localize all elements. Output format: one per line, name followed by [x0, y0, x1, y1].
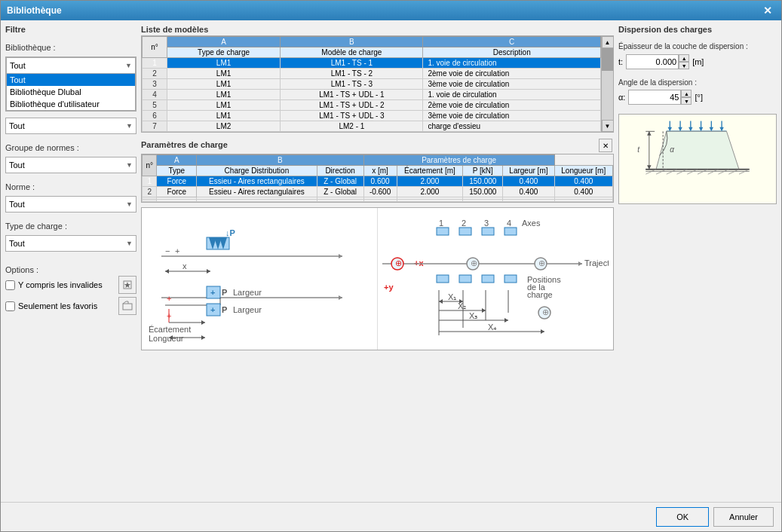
- liste-modeles-row[interactable]: 7 LM2 LM2 - 1 charge d'essieu: [143, 121, 601, 132]
- svg-marker-13: [207, 269, 210, 274]
- col-b-header: B: [281, 37, 423, 47]
- param-row-lon: 0.400: [554, 176, 612, 187]
- dropdown-option-tout[interactable]: Tout: [7, 74, 135, 86]
- param-row-x: -0.600: [363, 187, 397, 197]
- t-spinner-up[interactable]: ▲: [679, 54, 689, 62]
- svg-text:1: 1: [439, 219, 443, 228]
- invalides-icon-btn[interactable]: ★: [118, 276, 136, 294]
- liste-modeles-section: Liste de modèles n° A B C: [141, 25, 614, 133]
- checkbox-invalides[interactable]: [5, 280, 15, 290]
- param-longueur-header: Longueur [m]: [554, 166, 612, 176]
- col-a-sub-header: Type de charge: [167, 47, 281, 58]
- dropdown-option-utilisateur[interactable]: Bibliothèque d'utilisateur: [7, 98, 135, 110]
- scrollbar-down-btn[interactable]: ▼: [602, 120, 614, 132]
- right-area: Liste de modèles n° A B C: [141, 25, 777, 497]
- svg-text:t: t: [637, 145, 640, 154]
- liste-modeles-row[interactable]: 2 LM1 LM1 - TS - 2 2ème voie de circulat…: [143, 69, 601, 79]
- favoris-icon-btn[interactable]: [118, 297, 136, 315]
- ok-button[interactable]: OK: [656, 507, 709, 527]
- svg-text:X₂: X₂: [458, 301, 466, 310]
- svg-text:Écartement: Écartement: [149, 325, 191, 334]
- bibliotheque-dropdown[interactable]: Tout ▼: [6, 57, 136, 74]
- liste-modeles-row[interactable]: 3 LM1 LM1 - TS - 3 3ème voie de circulat…: [143, 79, 601, 90]
- type-charge-dropdown[interactable]: Tout ▼: [5, 235, 136, 252]
- scrollbar-up-btn[interactable]: ▲: [602, 36, 614, 48]
- empty-lon2: [554, 200, 612, 202]
- row-c: 2ème voie de circulation: [423, 100, 601, 111]
- t-row: t: 0.000 ▲ ▼ [m]: [618, 54, 777, 69]
- svg-text:X₁: X₁: [448, 292, 456, 301]
- checkbox-favoris[interactable]: [5, 301, 15, 311]
- t-input[interactable]: 0.000: [626, 54, 679, 69]
- groupe-normes-dropdown[interactable]: Tout ▼: [5, 157, 136, 173]
- liste-modeles-row[interactable]: 4 LM1 LM1 - TS + UDL - 1 1. voie de circ…: [143, 90, 601, 100]
- svg-text:Trajectoire: Trajectoire: [584, 258, 609, 268]
- svg-rect-45: [482, 228, 494, 235]
- bibliotheque-second-dropdown[interactable]: Tout ▼: [5, 118, 136, 134]
- close-button[interactable]: ✕: [760, 5, 775, 17]
- col-a-header: A: [167, 37, 281, 47]
- alpha-spinner-up[interactable]: ▲: [681, 90, 692, 97]
- col-b-sub-header: Modèle de charge: [281, 47, 423, 58]
- main-content: Filtre Bibliothèque : Tout ▼ Tout Biblio…: [1, 20, 781, 502]
- empty-x2: [363, 200, 397, 202]
- param-row-ecar: 2.000: [397, 176, 463, 187]
- liste-modeles-row[interactable]: 6 LM1 LM1 - TS + UDL - 3 3ème voie de ci…: [143, 111, 601, 121]
- empty-n2: [143, 200, 157, 202]
- param-type-header: Type: [157, 166, 197, 176]
- row-b: LM1 - TS - 1: [281, 58, 423, 69]
- svg-text:+: +: [175, 246, 179, 255]
- chevron-down-icon-4: ▼: [126, 200, 133, 208]
- t-spinner: 0.000 ▲ ▼: [626, 54, 689, 69]
- row-a: LM1: [167, 111, 281, 121]
- chevron-down-icon-5: ▼: [126, 240, 133, 247]
- svg-marker-73: [439, 299, 443, 304]
- param-b-header: B: [197, 155, 363, 166]
- delete-button[interactable]: ✕: [599, 139, 612, 152]
- parametres-row[interactable]: 1 Force Essieu - Aires rectangulaires Z …: [143, 176, 613, 187]
- chevron-down-icon-2: ▼: [126, 122, 133, 130]
- row-b: LM1 - TS - 2: [281, 69, 423, 79]
- row-b: LM1 - TS + UDL - 2: [281, 100, 423, 111]
- parametres-charge-section: Paramètres de charge ✕ n° A B Paramètres…: [141, 137, 614, 203]
- row-a: LM1: [167, 100, 281, 111]
- row-c: charge d'essieu: [423, 121, 601, 132]
- param-row-type: Force: [157, 176, 197, 187]
- window-title: Bibliothèque: [7, 5, 62, 16]
- annuler-button[interactable]: Annuler: [713, 507, 774, 527]
- bibliotheque-second-dropdown-wrapper: Tout ▼: [5, 118, 136, 134]
- col-c-header: C: [423, 37, 601, 47]
- alpha-spinner-down[interactable]: ▼: [681, 97, 692, 105]
- liste-modeles-container: n° A B C Type de charge Modèle de charge…: [141, 35, 614, 133]
- norme-value: Tout: [9, 200, 25, 209]
- alpha-spinner-btns: ▲ ▼: [681, 90, 692, 105]
- liste-modeles-row[interactable]: 5 LM1 LM1 - TS + UDL - 2 2ème voie de ci…: [143, 100, 601, 111]
- svg-text:−: −: [165, 246, 170, 255]
- dropdown-option-dlubal[interactable]: Bibliothèque Dlubal: [7, 86, 135, 98]
- svg-marker-4: [339, 254, 342, 258]
- liste-modeles-row[interactable]: 1 LM1 LM1 - TS - 1 1. voie de circulatio…: [143, 58, 601, 69]
- t-spinner-down[interactable]: ▼: [679, 62, 689, 69]
- svg-rect-59: [459, 275, 471, 283]
- load-diagram-svg-right: 1 2 3 4 Axes +x: [382, 215, 609, 343]
- svg-text:⊕: ⊕: [471, 258, 477, 268]
- svg-marker-104: [647, 131, 652, 136]
- col-c-sub-header: Description: [423, 47, 601, 58]
- t-unit: [m]: [692, 57, 704, 66]
- norme-dropdown[interactable]: Tout ▼: [5, 196, 136, 212]
- bibliotheque-label: Bibliothèque :: [5, 43, 136, 52]
- svg-text:x: x: [182, 261, 187, 271]
- middle-panel: Liste de modèles n° A B C: [141, 25, 614, 497]
- groupe-normes-value: Tout: [9, 161, 25, 170]
- svg-rect-46: [504, 228, 517, 235]
- empty-ecar2: [397, 200, 463, 202]
- dispersion-svg: α t: [630, 118, 765, 200]
- svg-text:Largeur: Largeur: [233, 288, 262, 297]
- scrollbar-thumb[interactable]: [602, 48, 613, 71]
- alpha-input[interactable]: 45: [628, 90, 681, 105]
- bibliotheque-value: Tout: [10, 61, 26, 70]
- param-row-lon: 0.400: [554, 187, 612, 197]
- param-row-ecar: 2.000: [397, 187, 463, 197]
- parametres-row[interactable]: 2 Force Essieu - Aires rectangulaires Z …: [143, 187, 613, 197]
- row-n: 5: [143, 100, 167, 111]
